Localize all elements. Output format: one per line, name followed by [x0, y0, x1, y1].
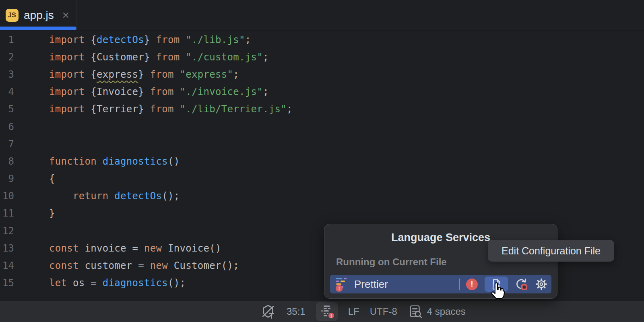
- service-settings-button[interactable]: [531, 277, 551, 292]
- indent-detect-icon: [408, 304, 423, 319]
- gutter-divider: [48, 31, 48, 301]
- service-name: Prettier: [354, 278, 388, 291]
- code-line[interactable]: 9{: [0, 170, 644, 188]
- error-badge-icon[interactable]: !: [466, 279, 478, 290]
- code-line[interactable]: 3import {express} from "express";: [0, 66, 644, 83]
- service-row-prettier[interactable]: ! Prettier !: [330, 275, 551, 293]
- close-icon[interactable]: ✕: [62, 11, 70, 20]
- line-number: 9: [0, 173, 48, 184]
- js-file-icon: JS: [6, 9, 19, 22]
- code-text: import {detectOs} from "./lib.js";: [48, 34, 251, 45]
- tab-bar: JS app.js ✕: [0, 0, 644, 31]
- status-bar: 35:1 ! LF UTF-8: [0, 301, 644, 322]
- prettier-icon: !: [336, 278, 349, 291]
- line-number: 14: [0, 260, 48, 271]
- caret-position-widget[interactable]: 35:1: [287, 306, 305, 317]
- inspection-highlighting-off-icon[interactable]: [260, 303, 276, 320]
- code-text: function diagnostics(): [48, 156, 180, 167]
- code-text: {: [48, 173, 55, 184]
- line-number: 7: [0, 138, 48, 150]
- code-text: let os = diagnostics();: [48, 277, 186, 289]
- code-line[interactable]: 11}: [0, 205, 644, 222]
- line-number: 2: [0, 52, 48, 63]
- code-line[interactable]: 7: [0, 135, 644, 153]
- line-ending-widget[interactable]: LF: [348, 306, 359, 317]
- code-text: return detectOs();: [48, 190, 180, 202]
- active-tab-indicator: [0, 27, 76, 30]
- code-line[interactable]: 6: [0, 118, 644, 135]
- line-number: 4: [0, 86, 48, 97]
- code-line[interactable]: 10 return detectOs();: [0, 188, 644, 205]
- restart-service-button[interactable]: [511, 277, 531, 292]
- gear-icon: [535, 278, 548, 291]
- line-number: 10: [0, 190, 48, 202]
- hand-pointer-cursor: [489, 282, 506, 302]
- code-text: import {express} from "express";: [48, 69, 239, 80]
- line-number: 8: [0, 156, 48, 167]
- line-number: 5: [0, 103, 48, 115]
- indentation-widget[interactable]: 4 spaces: [408, 304, 466, 319]
- code-line[interactable]: 5import {Terrier} from "./lib/Terrier.js…: [0, 101, 644, 118]
- indentation-label: 4 spaces: [427, 306, 466, 317]
- encoding-widget[interactable]: UTF-8: [370, 306, 397, 317]
- line-number: 11: [0, 208, 48, 219]
- tab-title: app.js: [24, 9, 54, 22]
- prettier-error-dot: !: [336, 285, 343, 292]
- line-number: 15: [0, 277, 48, 289]
- code-text: const customer = new Customer();: [48, 260, 239, 271]
- code-line[interactable]: 8function diagnostics(): [0, 153, 644, 170]
- code-text: const invoice = new Invoice(): [48, 243, 221, 254]
- popup-section-label: Running on Current File: [336, 256, 447, 268]
- line-number: 6: [0, 121, 48, 132]
- code-text: import {Terrier} from "./lib/Terrier.js"…: [48, 103, 293, 115]
- prettier-status-button[interactable]: !: [316, 302, 338, 321]
- code-text: import {Customer} from "./custom.js";: [48, 52, 269, 63]
- row-divider: [459, 279, 460, 290]
- tab-app-js[interactable]: JS app.js ✕: [0, 0, 76, 31]
- line-number: 13: [0, 243, 48, 254]
- restart-icon: [515, 278, 528, 291]
- code-line[interactable]: 4import {Invoice} from "./invoice.js";: [0, 83, 644, 101]
- line-number: 1: [0, 34, 48, 45]
- prettier-status-icon: !: [321, 305, 332, 318]
- code-text: import {Invoice} from "./invoice.js";: [48, 86, 269, 97]
- status-error-dot: !: [328, 312, 335, 319]
- edit-configuration-tooltip: Edit Configuration File: [488, 240, 614, 262]
- line-number: 12: [0, 225, 48, 237]
- code-line[interactable]: 1import {detectOs} from "./lib.js";: [0, 31, 644, 48]
- code-line[interactable]: 2import {Customer} from "./custom.js";: [0, 48, 644, 66]
- code-text: }: [48, 208, 55, 219]
- line-number: 3: [0, 69, 48, 80]
